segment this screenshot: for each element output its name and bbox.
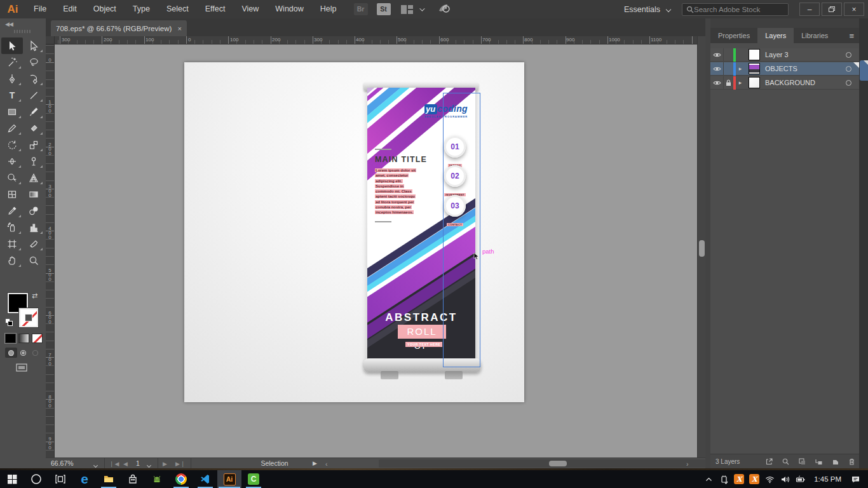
hscroll-right-arrow-icon[interactable]: ›: [686, 460, 689, 468]
adobe-stock-search[interactable]: [682, 3, 789, 16]
battery-icon[interactable]: [792, 470, 808, 488]
wifi-icon[interactable]: [762, 470, 777, 488]
selection-tool[interactable]: [1, 37, 23, 54]
puppet-warp-tool[interactable]: [23, 153, 44, 170]
curvature-tool[interactable]: [23, 71, 44, 87]
menu-select[interactable]: Select: [158, 0, 197, 18]
workspace-switcher[interactable]: Essentials: [624, 5, 670, 14]
horizontal-scrollbar[interactable]: [379, 459, 735, 468]
locate-object-icon[interactable]: [782, 458, 790, 466]
banner-rollup-title[interactable]: ROLL UP: [398, 325, 446, 339]
expand-chevron-icon[interactable]: ▸: [736, 79, 745, 86]
canvas[interactable]: yucoding SEKOLAH PROGRAMMER MAIN TITLE L…: [55, 44, 697, 458]
task-view-button[interactable]: [48, 470, 72, 488]
draw-normal-icon[interactable]: [5, 348, 17, 358]
chrome-button[interactable]: [169, 470, 193, 488]
new-layer-icon[interactable]: [831, 458, 839, 466]
gpu-performance-icon[interactable]: [437, 3, 450, 16]
volume-icon[interactable]: [777, 470, 792, 488]
banner-foot-left[interactable]: [381, 371, 398, 379]
banner-main-title[interactable]: MAIN TITLE: [375, 155, 427, 164]
eyedropper-tool[interactable]: [1, 203, 23, 219]
shape-builder-tool[interactable]: [1, 170, 23, 186]
panel-grip[interactable]: [14, 30, 32, 33]
pen-tool[interactable]: [1, 71, 23, 87]
menu-effect[interactable]: Effect: [197, 0, 234, 18]
banner-body-text[interactable]: Lorem ipsum dolor sit amet, consectetur …: [375, 168, 417, 215]
direct-selection-tool[interactable]: [23, 37, 44, 54]
slice-tool[interactable]: [23, 236, 44, 252]
divider-rule[interactable]: [375, 149, 391, 150]
rotate-tool[interactable]: [1, 137, 23, 153]
horizontal-ruler[interactable]: 300 200 100 0 100 200 300 400 500 600 70…: [55, 36, 697, 44]
first-artboard-icon[interactable]: ❘◀: [109, 461, 119, 467]
action-center-icon[interactable]: [848, 470, 863, 488]
artboard-dropdown-icon[interactable]: [147, 461, 151, 468]
bridge-icon[interactable]: Br: [354, 3, 368, 15]
pencil-tool[interactable]: [1, 120, 23, 137]
draw-inside-icon[interactable]: [29, 348, 41, 358]
color-button[interactable]: [5, 334, 16, 343]
start-button[interactable]: [0, 470, 24, 488]
expand-chevron-icon[interactable]: ▸: [736, 65, 745, 72]
visibility-eye-icon[interactable]: [710, 80, 723, 86]
artboard-number-field[interactable]: 1: [136, 459, 140, 467]
panel-menu-icon[interactable]: ≡: [849, 31, 854, 41]
lasso-tool[interactable]: [23, 54, 44, 71]
collapse-panel-icon[interactable]: ◀◀: [5, 21, 13, 27]
tab-close-icon[interactable]: ×: [178, 25, 182, 32]
tab-properties[interactable]: Properties: [710, 28, 757, 43]
paintbrush-tool[interactable]: [23, 104, 44, 120]
vertical-ruler[interactable]: 0 100 200 300 400 500 600 700 800 900: [46, 44, 55, 458]
camtasia-button[interactable]: C: [241, 470, 266, 488]
illustrator-taskbar-button[interactable]: Ai: [217, 470, 241, 488]
gradient-button[interactable]: [18, 334, 29, 343]
target-circle-icon[interactable]: [846, 66, 851, 72]
banner-foot-right[interactable]: [445, 371, 463, 379]
arrange-documents-icon[interactable]: [401, 5, 413, 14]
stock-icon[interactable]: St: [377, 3, 391, 15]
menu-file[interactable]: File: [25, 0, 55, 18]
menu-edit[interactable]: Edit: [55, 0, 85, 18]
stroke-color-swatch[interactable]: [19, 308, 38, 327]
vscode-button[interactable]: [193, 470, 217, 488]
menu-object[interactable]: Object: [85, 0, 125, 18]
target-circle-icon[interactable]: [846, 52, 851, 58]
android-emulator-button[interactable]: [145, 470, 169, 488]
file-explorer-button[interactable]: [97, 470, 121, 488]
xampp-icon-2[interactable]: X: [747, 470, 762, 488]
usb-device-icon[interactable]: [716, 470, 731, 488]
status-flyout-icon[interactable]: ▶: [313, 460, 317, 466]
layer-row-background[interactable]: ▸ BACKGROUND: [710, 76, 859, 90]
visibility-eye-icon[interactable]: [710, 66, 723, 72]
layer-thumbnail[interactable]: [749, 63, 760, 74]
lock-icon[interactable]: [724, 79, 733, 86]
width-tool[interactable]: [1, 153, 23, 170]
swap-fill-stroke-icon[interactable]: ⇄: [32, 292, 37, 300]
collect-for-export-icon[interactable]: [765, 458, 773, 466]
zoom-dropdown-icon[interactable]: [94, 461, 97, 468]
close-button[interactable]: ×: [844, 3, 864, 16]
scale-tool[interactable]: [23, 137, 44, 153]
magic-wand-tool[interactable]: [1, 54, 23, 71]
column-graph-tool[interactable]: [23, 219, 44, 236]
layer-thumbnail[interactable]: [749, 77, 760, 88]
tab-libraries[interactable]: Libraries: [794, 28, 836, 43]
tray-expand-chevron-icon[interactable]: [701, 470, 716, 488]
layer-row-objects[interactable]: ▸ OBJECTS: [710, 62, 859, 76]
next-artboard-icon[interactable]: ▶: [163, 461, 168, 467]
hscroll-left-arrow-icon[interactable]: ‹: [325, 460, 328, 468]
edge-button[interactable]: e: [72, 470, 97, 488]
last-artboard-icon[interactable]: ▶❘: [175, 461, 186, 467]
eraser-tool[interactable]: [23, 120, 44, 137]
gradient-tool[interactable]: [23, 186, 44, 203]
xampp-icon[interactable]: X: [731, 470, 747, 488]
visibility-eye-icon[interactable]: [710, 52, 723, 58]
draw-behind-icon[interactable]: [17, 348, 29, 358]
search-input[interactable]: [694, 6, 776, 13]
restore-button[interactable]: [822, 3, 842, 16]
zoom-level[interactable]: 66.67%: [51, 459, 74, 467]
make-clipping-mask-icon[interactable]: [798, 458, 806, 466]
hand-tool[interactable]: [1, 252, 23, 269]
layer-row-layer3[interactable]: Layer 3: [710, 48, 859, 62]
